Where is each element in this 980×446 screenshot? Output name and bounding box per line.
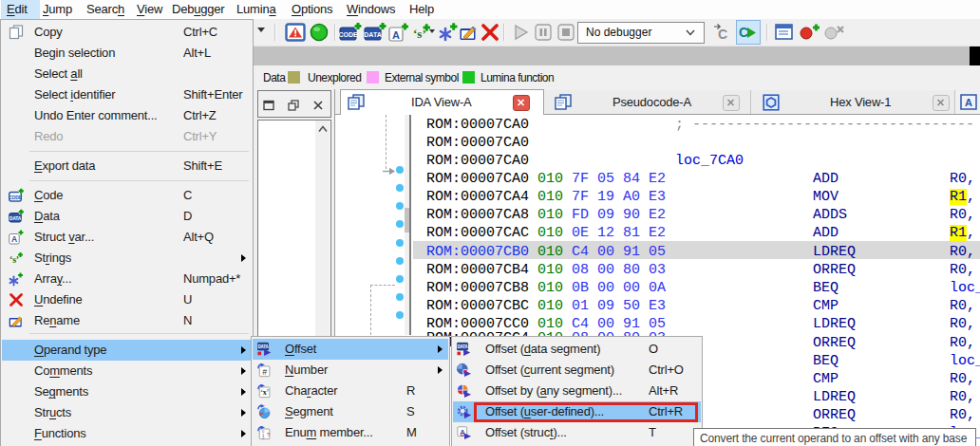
svg-text:A: A xyxy=(965,97,972,108)
svg-text:A: A xyxy=(11,234,17,244)
svg-text:‘x’: ‘x’ xyxy=(260,388,269,397)
svg-text:CODE: CODE xyxy=(339,31,358,38)
svg-text:C: C xyxy=(739,25,748,40)
svg-text:DATA: DATA xyxy=(364,31,381,38)
svg-text:DATA: DATA xyxy=(9,215,22,221)
svg-text:C: C xyxy=(718,27,727,42)
svg-text:#: # xyxy=(262,367,267,377)
svg-text:CODE: CODE xyxy=(9,195,23,200)
svg-text:‘s’: ‘s’ xyxy=(9,254,19,265)
svg-text:DATA: DATA xyxy=(258,344,270,349)
svg-text:DATA: DATA xyxy=(458,344,469,349)
svg-text:A: A xyxy=(392,29,400,41)
